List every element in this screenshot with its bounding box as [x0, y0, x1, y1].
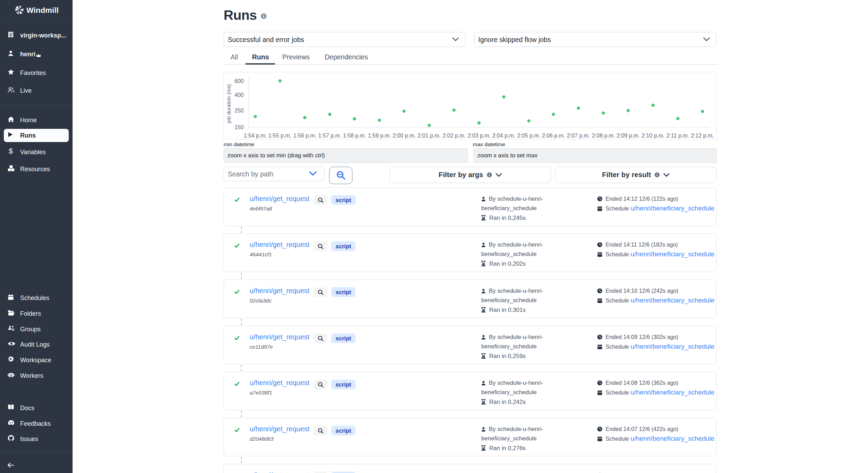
- svg-text:$: $: [9, 148, 13, 155]
